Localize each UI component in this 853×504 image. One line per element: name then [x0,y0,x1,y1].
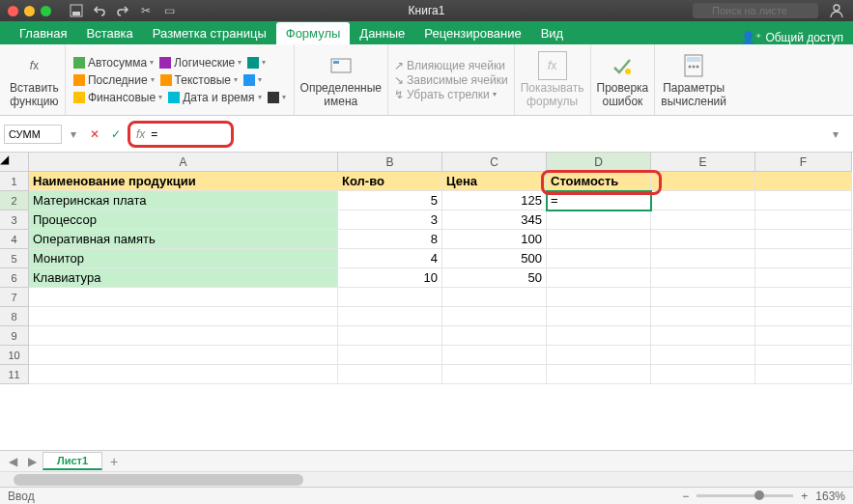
expand-formula-bar-button[interactable]: ▾ [826,125,845,144]
cell[interactable] [651,307,755,326]
trace-dependents-button[interactable]: ↘Зависимые ячейки [394,73,508,87]
tab-layout[interactable]: Разметка страницы [143,22,276,44]
cell[interactable] [547,249,651,268]
show-formulas-button[interactable]: fx Показывать формулы [521,51,584,107]
formula-input[interactable] [151,127,209,141]
cell[interactable] [651,172,755,191]
cell[interactable]: Наименование продукции [29,172,338,191]
cell[interactable]: 50 [442,268,547,288]
cell[interactable] [338,365,442,384]
sheet-tab-1[interactable]: Лист1 [43,452,102,470]
row-header[interactable]: 7 [0,288,29,307]
close-window-button[interactable] [8,6,18,16]
cell[interactable] [651,326,755,346]
row-header[interactable]: 11 [0,365,29,384]
cell[interactable] [29,288,338,307]
cell[interactable]: Монитор [29,249,338,268]
cell[interactable] [755,365,852,384]
cell[interactable] [442,365,547,384]
cell[interactable] [547,365,651,384]
cell[interactable] [755,210,852,230]
cell[interactable] [29,326,338,346]
col-header-e[interactable]: E [651,153,755,172]
cell[interactable]: Процессор [29,210,338,230]
col-header-b[interactable]: B [338,153,442,172]
cell[interactable] [755,326,852,346]
cell[interactable]: Клавиатура [29,268,338,288]
cell[interactable] [755,191,852,210]
cell[interactable] [547,288,651,307]
cell[interactable]: 4 [338,249,442,268]
minimize-window-button[interactable] [24,6,35,16]
row-header[interactable]: 8 [0,307,29,326]
cancel-formula-button[interactable]: ✕ [85,125,104,144]
search-input[interactable] [693,3,818,18]
cell[interactable]: Стоимость [547,172,651,191]
maximize-window-button[interactable] [41,6,51,16]
active-cell[interactable]: = [547,191,651,210]
tab-data[interactable]: Данные [350,22,414,44]
cell[interactable]: 125 [442,191,547,210]
cell[interactable]: Материнская плата [29,191,338,210]
cell[interactable] [651,268,755,288]
tab-review[interactable]: Рецензирование [414,22,530,44]
zoom-out-button[interactable]: − [682,490,689,503]
date-button[interactable]: Дата и время▾ [166,90,263,105]
cell[interactable]: 100 [442,230,547,249]
row-header[interactable]: 5 [0,249,29,268]
sheet-nav-next[interactable]: ▶ [23,455,41,468]
row-header[interactable]: 2 [0,191,29,210]
cell[interactable] [651,346,755,365]
select-all-corner[interactable]: ◢ [0,153,29,172]
cell[interactable] [651,210,755,230]
logical-button[interactable]: Логические▾ [157,55,243,70]
tab-home[interactable]: Главная [10,22,76,44]
sheet-nav-prev[interactable]: ◀ [4,455,21,468]
cell[interactable] [338,288,442,307]
cell[interactable] [755,288,852,307]
calculation-options-button[interactable]: Параметры вычислений [661,51,726,107]
cell[interactable] [442,307,547,326]
zoom-slider[interactable] [697,494,793,497]
cell[interactable] [651,191,755,210]
lookup-button[interactable]: ▾ [245,55,268,70]
row-header[interactable]: 9 [0,326,29,346]
trace-precedents-button[interactable]: ↗Влияющие ячейки [394,59,508,72]
row-header[interactable]: 10 [0,346,29,365]
cell[interactable]: 345 [442,210,547,230]
cell[interactable]: Кол-во [338,172,442,191]
row-header[interactable]: 3 [0,210,29,230]
cell[interactable] [755,249,852,268]
cell[interactable] [651,230,755,249]
tab-insert[interactable]: Вставка [76,22,142,44]
recent-button[interactable]: Последние▾ [71,72,156,88]
name-box-dropdown[interactable]: ▾ [64,125,83,144]
cell[interactable]: 500 [442,249,547,268]
financial-button[interactable]: Финансовые▾ [71,90,164,105]
col-header-d[interactable]: D [547,153,651,172]
tab-formulas[interactable]: Формулы [276,22,351,44]
cell[interactable] [755,230,852,249]
cell[interactable] [755,268,852,288]
col-header-a[interactable]: A [29,153,338,172]
cell[interactable] [547,326,651,346]
cell[interactable] [29,365,338,384]
cell[interactable]: Оперативная память [29,230,338,249]
col-header-f[interactable]: F [755,153,852,172]
cell[interactable] [547,210,651,230]
share-button[interactable]: 👤⁺Общий доступ [741,31,843,44]
cell[interactable] [29,307,338,326]
add-sheet-button[interactable]: + [104,454,124,469]
col-header-c[interactable]: C [442,153,547,172]
cell[interactable]: Цена [442,172,547,191]
cell[interactable] [547,307,651,326]
cell[interactable]: 3 [338,210,442,230]
cell[interactable] [338,346,442,365]
defined-names-button[interactable]: Определенные имена [300,51,382,107]
math-button[interactable]: ▾ [242,72,264,88]
user-account-icon[interactable] [826,0,847,21]
remove-arrows-button[interactable]: ↯Убрать стрелки▾ [394,88,508,101]
save-icon[interactable] [69,3,84,18]
cell[interactable] [338,307,442,326]
row-header[interactable]: 4 [0,230,29,249]
